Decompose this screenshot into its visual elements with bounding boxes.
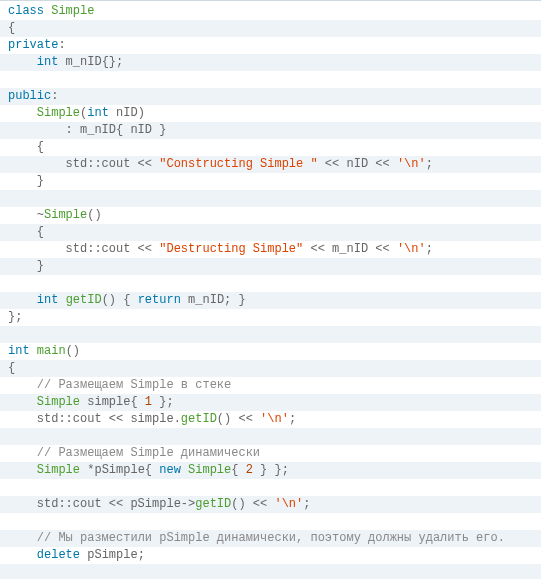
code-block: class Simple{private: int m_nID{}; publi… [0,0,541,579]
token-plain [8,55,37,69]
token-plain: std::cout << pSimple-> [8,497,195,511]
code-line: Simple(int nID) [0,105,541,122]
code-line: delete pSimple; [0,547,541,564]
token-plain: { [8,140,44,154]
token-plain: std::cout << [8,157,159,171]
code-line: : m_nID{ nID } [0,122,541,139]
token-cls-green: getID [195,497,231,511]
code-line [0,564,541,579]
token-plain: << m_nID << [303,242,397,256]
code-line: // Мы разместили pSimple динамически, по… [0,530,541,547]
token-kw-blue: return [138,293,181,307]
token-plain: ; [303,497,310,511]
code-line: std::cout << "Destructing Simple" << m_n… [0,241,541,258]
token-plain [8,531,37,545]
code-line: std::cout << "Constructing Simple " << n… [0,156,541,173]
code-line [0,479,541,496]
token-char: '\n' [397,242,426,256]
code-line: } [0,173,541,190]
token-kw-blue: int [37,55,59,69]
token-plain: std::cout << [8,242,159,256]
token-plain: : [51,89,58,103]
token-plain: { [8,361,15,375]
token-string: "Destructing Simple" [159,242,303,256]
token-plain [8,106,37,120]
token-cls-green: main [37,344,66,358]
code-line [0,275,541,292]
token-plain: { [8,21,15,35]
code-line [0,513,541,530]
token-plain: () { [102,293,138,307]
token-plain: m_nID{}; [58,55,123,69]
token-plain: nID) [109,106,145,120]
code-line: int m_nID{}; [0,54,541,71]
token-plain [8,378,37,392]
token-comment: // Размещаем Simple динамически [37,446,260,460]
code-line: Simple simple{ 1 }; [0,394,541,411]
token-char: '\n' [397,157,426,171]
token-plain [58,293,65,307]
code-line: { [0,360,541,377]
code-line [0,428,541,445]
token-plain: << nID << [318,157,397,171]
code-line: { [0,139,541,156]
token-plain: *pSimple{ [80,463,159,477]
code-line [0,326,541,343]
token-plain [8,446,37,460]
token-plain [8,548,37,562]
token-char: '\n' [260,412,289,426]
token-plain: m_nID; } [181,293,246,307]
token-comment: // Мы разместили pSimple динамически, по… [37,531,505,545]
code-line: class Simple [0,3,541,20]
code-line: }; [0,309,541,326]
token-cls-green: Simple [37,395,80,409]
token-cls-green: getID [181,412,217,426]
code-line: Simple *pSimple{ new Simple{ 2 } }; [0,462,541,479]
token-number: 2 [246,463,253,477]
token-plain: } [8,259,44,273]
token-plain: ; [426,157,433,171]
token-char: '\n' [274,497,303,511]
token-plain [30,344,37,358]
token-plain: simple{ [80,395,145,409]
token-kw-blue: int [8,344,30,358]
token-cls-green: Simple [37,463,80,477]
token-comment: // Размещаем Simple в стеке [37,378,231,392]
token-plain: ; [289,412,296,426]
token-plain [8,293,37,307]
code-line: int main() [0,343,541,360]
token-plain: ; [426,242,433,256]
token-plain: pSimple; [80,548,145,562]
code-line: std::cout << simple.getID() << '\n'; [0,411,541,428]
code-line [0,190,541,207]
token-kw-blue: int [37,293,59,307]
token-plain: } [8,174,44,188]
token-plain [181,463,188,477]
token-plain [8,395,37,409]
code-line: } [0,258,541,275]
token-cls-green: Simple [188,463,231,477]
code-line: { [0,224,541,241]
code-line: // Размещаем Simple динамически [0,445,541,462]
code-line: // Размещаем Simple в стеке [0,377,541,394]
token-string: "Constructing Simple " [159,157,317,171]
token-plain: : [58,38,65,52]
token-plain: { [8,225,44,239]
token-cls-green: getID [66,293,102,307]
token-kw-blue: private [8,38,58,52]
token-plain: std::cout << simple. [8,412,181,426]
token-plain: }; [152,395,174,409]
token-cls-green: Simple [44,208,87,222]
token-plain: () << [217,412,260,426]
token-kw-blue: int [87,106,109,120]
token-plain: () [66,344,80,358]
token-plain: () [87,208,101,222]
code-line: int getID() { return m_nID; } [0,292,541,309]
token-plain: () << [231,497,274,511]
code-line: { [0,20,541,37]
token-number: 1 [145,395,152,409]
token-plain: } }; [253,463,289,477]
code-line: private: [0,37,541,54]
token-kw-blue: new [159,463,181,477]
token-kw-blue: public [8,89,51,103]
